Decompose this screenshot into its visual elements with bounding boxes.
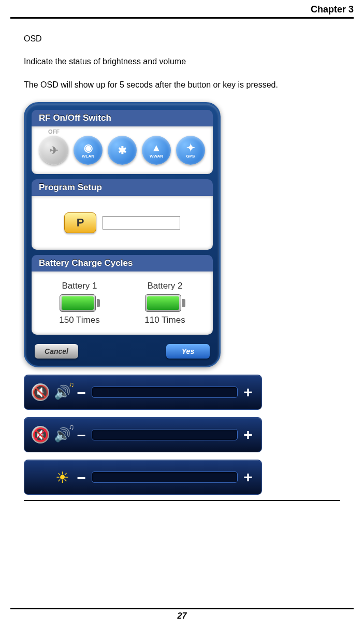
gps-icon: ✦ (186, 142, 195, 153)
wlan-icon: ◉ (84, 142, 93, 153)
volume-minus[interactable]: – (75, 383, 88, 401)
wwan-icon: ▲ (151, 142, 162, 153)
osd-title: OSD (24, 33, 340, 45)
battery-header: Battery Charge Cycles (32, 255, 213, 271)
program-section: Program Setup P (32, 179, 213, 250)
speaker-icon: 🔊 (53, 383, 71, 401)
wwan-label: WWAN (150, 154, 163, 159)
battery-2-count: 110 Times (144, 315, 185, 325)
page-footer: 27 (10, 608, 354, 621)
rf-bluetooth-button[interactable]: ✱ (108, 136, 137, 165)
mute-icon[interactable]: 🔇 (32, 383, 49, 401)
page-number: 27 (178, 611, 187, 620)
chapter-label: Chapter 3 (311, 4, 354, 15)
volume-muted-plus[interactable]: + (242, 426, 254, 444)
panel-footer: Cancel Yes (32, 340, 213, 360)
battery-1-count: 150 Times (59, 315, 99, 325)
osd-desc-1: Indicate the status of brightness and vo… (24, 56, 340, 67)
airplane-icon: ✈ (50, 145, 59, 155)
battery-2: Battery 2 110 Times (144, 281, 185, 325)
battery-2-label: Battery 2 (147, 281, 182, 291)
page-header: Chapter 3 (10, 0, 354, 19)
volume-plus[interactable]: + (242, 383, 254, 401)
brightness-icon: ☀ (53, 468, 71, 486)
rf-wlan-button[interactable]: ◉ WLAN (74, 136, 103, 165)
bluetooth-icon: ✱ (118, 145, 127, 155)
volume-muted-minus[interactable]: – (75, 426, 88, 444)
settings-panel: RF On/Off Switch ✈ ◉ WLAN ✱ (24, 102, 221, 367)
program-p-button[interactable]: P (64, 212, 96, 233)
brightness-plus[interactable]: + (242, 468, 254, 486)
program-header: Program Setup (32, 179, 213, 196)
osd-brightness: ☀ – + (24, 460, 262, 495)
rf-wwan-button[interactable]: ▲ WWAN (142, 136, 171, 165)
cancel-button[interactable]: Cancel (35, 344, 78, 359)
rf-header: RF On/Off Switch (32, 110, 213, 126)
brightness-track[interactable] (92, 471, 238, 483)
brightness-minus[interactable]: – (75, 468, 88, 486)
osd-volume-muted: 🔇 🔊 – + (24, 417, 262, 452)
page-content: OSD Indicate the status of brightness an… (10, 19, 354, 501)
battery-section: Battery Charge Cycles Battery 1 150 Time… (32, 255, 213, 335)
battery-1-label: Battery 1 (62, 281, 97, 291)
wlan-label: WLAN (82, 154, 94, 159)
battery-1: Battery 1 150 Times (59, 281, 99, 325)
rf-section: RF On/Off Switch ✈ ◉ WLAN ✱ (32, 110, 213, 174)
gps-label: GPS (186, 154, 195, 159)
speaker-muted-icon: 🔊 (53, 426, 71, 444)
volume-muted-track[interactable] (92, 429, 238, 440)
content-divider (24, 500, 340, 501)
rf-off-button[interactable]: ✈ (39, 136, 68, 165)
battery-1-icon (60, 294, 100, 312)
osd-volume-on: 🔇 🔊 – + (24, 375, 262, 410)
program-input[interactable] (103, 216, 180, 230)
osd-desc-2: The OSD will show up for 5 secods after … (24, 79, 340, 91)
volume-track[interactable] (92, 387, 238, 398)
muted-icon[interactable]: 🔇 (32, 426, 49, 444)
yes-button[interactable]: Yes (166, 344, 210, 359)
battery-2-icon (145, 294, 185, 312)
rf-gps-button[interactable]: ✦ GPS (176, 136, 205, 165)
